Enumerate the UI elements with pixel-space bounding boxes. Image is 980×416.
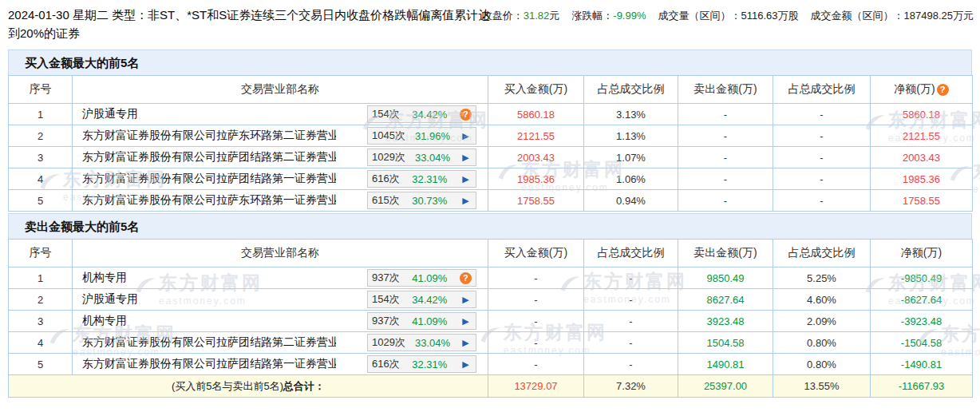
buy-table: 序号 交易营业部名称 买入金额(万) 占总成交比例 卖出金额(万) 占总成交比例… xyxy=(8,75,973,212)
net-amount-cell: -3923.48 xyxy=(871,311,973,332)
play-icon[interactable]: ▶ xyxy=(460,359,472,370)
col-seq: 序号 xyxy=(9,240,73,267)
times-badge[interactable]: 1029次33.04%▶ xyxy=(367,149,476,166)
times-badge[interactable]: 1029次33.04%▶ xyxy=(367,334,476,351)
seq-cell: 1 xyxy=(9,267,73,289)
buy-amount-cell: 2003.43 xyxy=(488,147,584,168)
table-row: 4东方财富证券股份有限公司拉萨团结路第二证券营业部1029次33.04%▶--1… xyxy=(9,332,973,354)
help-icon[interactable]: ? xyxy=(460,109,472,121)
summary-buy-amount: 13729.07 xyxy=(488,375,584,398)
buy-amount-cell: 1758.55 xyxy=(488,190,584,212)
sell-pct-cell: - xyxy=(773,147,871,168)
table-row: 3机构专用937次41.09%▶--3923.482.09%-3923.48 xyxy=(9,311,973,332)
times-badge[interactable]: 616次32.31%▶ xyxy=(367,170,476,188)
col-net-amount: 净额(万) xyxy=(871,240,973,267)
play-icon[interactable]: ▶ xyxy=(460,196,472,206)
branch-name: 沪股通专用 xyxy=(73,292,138,307)
net-amount-cell: 5860.18 xyxy=(871,104,973,125)
table-row: 1沪股通专用154次34.42%?5860.183.13%--5860.18 xyxy=(9,104,973,125)
sell-amount-cell: - xyxy=(678,104,773,125)
trade-times: 616次 xyxy=(372,357,400,371)
stat-change-pct: 涨跌幅：-9.99% xyxy=(571,9,646,23)
branch-cell: 东方财富证券股份有限公司拉萨团结路第一证券营业部616次32.31%▶ xyxy=(73,354,488,375)
branch-name: 东方财富证券股份有限公司拉萨团结路第二证券营业部 xyxy=(73,335,336,350)
buy-pct-cell: 0.94% xyxy=(584,190,678,212)
table-row: 5东方财富证券股份有限公司拉萨团结路第一证券营业部616次32.31%▶--14… xyxy=(9,354,973,375)
branch-name: 东方财富证券股份有限公司拉萨东环路第一证券营业部 xyxy=(73,193,336,208)
table-row: 3东方财富证券股份有限公司拉萨团结路第二证券营业部1029次33.04%▶200… xyxy=(9,147,973,168)
play-icon[interactable]: ▶ xyxy=(460,316,472,327)
summary-net-amount: -11667.93 xyxy=(871,375,973,398)
sell-amount-cell: 1490.81 xyxy=(678,354,773,375)
buy-amount-cell: - xyxy=(488,311,584,332)
seq-cell: 3 xyxy=(9,311,73,332)
play-icon[interactable]: ▶ xyxy=(460,153,472,163)
stat-volume: 成交量（区间）：5116.63万股 xyxy=(658,9,799,23)
col-branch-name: 交易营业部名称 xyxy=(73,76,488,104)
stat-close-price: 收盘价：31.82元 xyxy=(482,9,560,23)
branch-name: 东方财富证券股份有限公司拉萨团结路第一证券营业部 xyxy=(73,172,336,186)
trade-ratio: 34.42% xyxy=(412,109,447,121)
sell-amount-cell: 8627.64 xyxy=(678,289,773,311)
col-net-amount: 净额(万)? xyxy=(871,76,973,104)
play-icon[interactable]: ▶ xyxy=(460,174,472,184)
sell-pct-cell: 2.09% xyxy=(773,311,871,332)
trade-times: 937次 xyxy=(372,271,400,285)
times-badge[interactable]: 616次32.31%▶ xyxy=(367,355,476,373)
trade-ratio: 31.96% xyxy=(415,130,450,142)
play-icon[interactable]: ▶ xyxy=(460,338,472,348)
buy-amount-cell: 2121.55 xyxy=(488,125,584,147)
branch-cell: 机构专用937次41.09%? xyxy=(73,267,488,289)
col-buy-pct: 占总成交比例 xyxy=(584,240,678,267)
trade-ratio: 33.04% xyxy=(415,152,450,164)
sell-pct-cell: - xyxy=(773,125,871,147)
play-icon[interactable]: ▶ xyxy=(460,131,472,141)
trade-ratio: 41.09% xyxy=(412,315,447,327)
summary-label: (买入前5名与卖出前5名)总合计： xyxy=(9,375,488,398)
seq-cell: 4 xyxy=(9,168,73,190)
buy-amount-cell: - xyxy=(488,289,584,311)
help-icon[interactable]: ? xyxy=(937,84,949,96)
sell-amount-cell: 1504.58 xyxy=(678,332,773,354)
trade-times: 1045次 xyxy=(372,129,405,143)
branch-name: 机构专用 xyxy=(73,271,127,285)
net-amount-cell: -8627.64 xyxy=(871,289,973,311)
report-title: 2024-01-30 星期二 类型：非ST、*ST和S证券连续三个交易日内收盘价… xyxy=(8,6,499,42)
seq-cell: 4 xyxy=(9,332,73,354)
times-badge[interactable]: 154次34.42%▶ xyxy=(367,291,476,308)
sell-pct-cell: 0.80% xyxy=(773,332,871,354)
sell-amount-cell: 3923.48 xyxy=(678,311,773,332)
sell-table: 序号 交易营业部名称 买入金额(万) 占总成交比例 卖出金额(万) 占总成交比例… xyxy=(8,239,973,398)
times-badge[interactable]: 615次30.73%▶ xyxy=(367,192,476,209)
net-amount-cell: -9850.49 xyxy=(871,267,973,289)
branch-cell: 东方财富证券股份有限公司拉萨东环路第一证券营业部615次30.73%▶ xyxy=(73,190,488,212)
branch-cell: 东方财富证券股份有限公司拉萨团结路第一证券营业部616次32.31%▶ xyxy=(73,168,488,190)
times-badge[interactable]: 154次34.42%? xyxy=(367,105,476,123)
buy-pct-cell: 1.07% xyxy=(584,147,678,168)
sell-amount-cell: - xyxy=(678,190,773,212)
branch-name: 东方财富证券股份有限公司拉萨团结路第一证券营业部 xyxy=(73,357,336,371)
buy-pct-cell: - xyxy=(584,267,678,289)
sell-amount-cell: - xyxy=(678,168,773,190)
col-seq: 序号 xyxy=(9,76,73,104)
times-badge[interactable]: 937次41.09%? xyxy=(367,269,476,287)
seq-cell: 5 xyxy=(9,354,73,375)
branch-name: 东方财富证券股份有限公司拉萨团结路第二证券营业部 xyxy=(73,150,336,164)
buy-pct-cell: - xyxy=(584,354,678,375)
sell-pct-cell: - xyxy=(773,190,871,212)
times-badge[interactable]: 1045次31.96%▶ xyxy=(367,127,476,145)
table-row: 5东方财富证券股份有限公司拉萨东环路第一证券营业部615次30.73%▶1758… xyxy=(9,190,973,212)
table-row: 1机构专用937次41.09%?--9850.495.25%-9850.49 xyxy=(9,267,973,289)
col-buy-pct: 占总成交比例 xyxy=(584,76,678,104)
net-amount-cell: 1985.36 xyxy=(871,168,973,190)
buy-amount-cell: 1985.36 xyxy=(488,168,584,190)
sell-amount-cell: - xyxy=(678,147,773,168)
trade-ratio: 32.31% xyxy=(412,359,447,370)
help-icon[interactable]: ? xyxy=(460,272,472,284)
trade-times: 1029次 xyxy=(372,335,405,350)
trade-times: 937次 xyxy=(372,314,400,328)
col-buy-amount: 买入金额(万) xyxy=(488,76,584,104)
play-icon[interactable]: ▶ xyxy=(460,295,472,305)
times-badge[interactable]: 937次41.09%▶ xyxy=(367,312,476,330)
buy-pct-cell: - xyxy=(584,332,678,354)
